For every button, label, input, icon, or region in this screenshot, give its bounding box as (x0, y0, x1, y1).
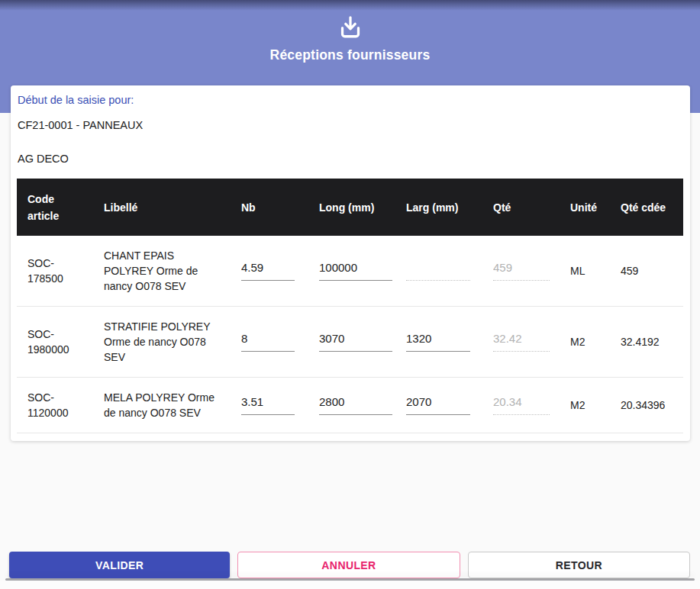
qte-input (493, 395, 550, 415)
cell-qte-cdee: 32.4192 (610, 307, 683, 378)
table-row: SOC-1120000 MELA POLYREY Orme de nancy O… (17, 378, 683, 433)
libelle-text: STRATIFIE POLYREY Orme de nancy O078 SEV (104, 319, 218, 365)
larg-input[interactable] (406, 395, 470, 415)
larg-input (406, 261, 470, 281)
nb-input[interactable] (241, 332, 295, 352)
retour-button[interactable]: RETOUR (468, 552, 690, 578)
col-code-article: Code article (17, 179, 93, 236)
table-header-row: Code article Libellé Nb Long (mm) Larg (… (17, 179, 683, 236)
cell-unite: ML (560, 236, 610, 307)
annuler-button[interactable]: ANNULER (237, 552, 460, 578)
page-title: Réceptions fournisseurs (0, 47, 700, 63)
cell-code: SOC-1980000 (17, 307, 93, 378)
nb-input[interactable] (241, 395, 295, 415)
download-icon (337, 14, 363, 40)
nb-input[interactable] (241, 261, 295, 281)
larg-input[interactable] (406, 332, 470, 352)
long-input[interactable] (319, 261, 392, 281)
cell-libelle: STRATIFIE POLYREY Orme de nancy O078 SEV (93, 307, 231, 378)
col-qte-cdee: Qté cdée (610, 179, 683, 236)
cell-qte-cdee: 20.34396 (610, 378, 683, 433)
page-bottom-strip (0, 581, 700, 589)
intro-label: Début de la saisie pour: (17, 92, 684, 108)
table-row: SOC-1980000 STRATIFIE POLYREY Orme de na… (17, 307, 683, 378)
reception-card: Début de la saisie pour: CF21-0001 - PAN… (11, 85, 690, 441)
long-input[interactable] (319, 395, 392, 415)
col-larg: Larg (mm) (395, 179, 482, 236)
cell-code: SOC-1120000 (17, 378, 93, 433)
libelle-text: CHANT EPAIS POLYREY Orme de nancy O078 S… (104, 248, 218, 294)
col-qte: Qté (482, 179, 560, 236)
cell-qte-cdee: 459 (610, 236, 683, 307)
reception-table: Code article Libellé Nb Long (mm) Larg (… (17, 179, 683, 433)
action-bar: VALIDER ANNULER RETOUR (9, 552, 690, 578)
valider-button[interactable]: VALIDER (9, 552, 230, 578)
col-unite: Unité (560, 179, 610, 236)
cell-unite: M2 (560, 307, 610, 378)
cell-libelle: MELA POLYREY Orme de nancy O078 SEV (93, 378, 231, 433)
cell-libelle: CHANT EPAIS POLYREY Orme de nancy O078 S… (93, 236, 231, 307)
table-row: SOC-178500 CHANT EPAIS POLYREY Orme de n… (17, 236, 683, 307)
supplier-name: AG DECO (17, 151, 684, 166)
order-reference: CF21-0001 - PANNEAUX (17, 117, 684, 133)
cell-unite: M2 (560, 378, 610, 433)
qte-input (493, 261, 550, 281)
long-input[interactable] (319, 332, 392, 352)
qte-input (493, 332, 550, 352)
col-nb: Nb (231, 179, 308, 236)
col-long: Long (mm) (308, 179, 395, 236)
col-libelle: Libellé (93, 179, 231, 236)
cell-code: SOC-178500 (17, 236, 93, 307)
libelle-text: MELA POLYREY Orme de nancy O078 SEV (104, 390, 218, 420)
